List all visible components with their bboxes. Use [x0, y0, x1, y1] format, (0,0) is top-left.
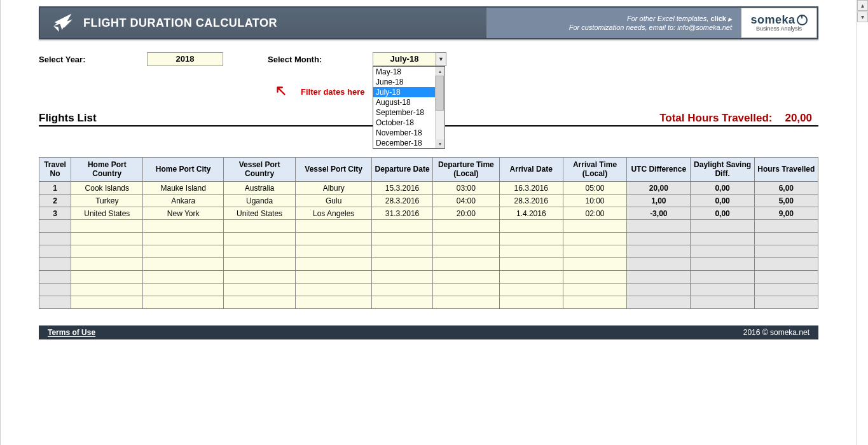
empty-cell[interactable] — [563, 271, 626, 284]
empty-cell[interactable] — [433, 258, 500, 271]
empty-cell[interactable] — [71, 296, 143, 309]
cell-vp_city[interactable]: Gulu — [296, 195, 372, 207]
empty-cell[interactable] — [296, 245, 372, 258]
empty-cell[interactable] — [223, 245, 295, 258]
empty-cell[interactable] — [499, 284, 563, 296]
cell-arr_time[interactable]: 05:00 — [563, 182, 626, 195]
empty-cell[interactable] — [296, 284, 372, 296]
empty-cell[interactable] — [143, 284, 223, 296]
month-option[interactable]: May-18 — [373, 67, 444, 77]
month-option[interactable]: September-18 — [373, 107, 444, 118]
month-option[interactable]: July-18 — [373, 87, 444, 97]
empty-cell[interactable] — [223, 233, 295, 245]
empty-cell[interactable] — [563, 245, 626, 258]
empty-cell[interactable] — [372, 258, 433, 271]
cell-arr_time[interactable]: 02:00 — [563, 207, 626, 220]
month-input[interactable]: July-18 — [373, 52, 436, 66]
empty-cell[interactable] — [499, 258, 563, 271]
month-option[interactable]: November-18 — [373, 128, 444, 138]
cell-vp_city[interactable]: Los Angeles — [296, 207, 372, 220]
empty-cell[interactable] — [563, 233, 626, 245]
cell-dep_date[interactable]: 31.3.2016 — [372, 207, 433, 220]
scroll-thumb[interactable] — [436, 76, 444, 111]
empty-cell[interactable] — [563, 258, 626, 271]
cell-hp_country[interactable]: Cook Islands — [71, 182, 143, 195]
cell-dep_date[interactable]: 15.3.2016 — [372, 182, 433, 195]
cell-vp_city[interactable]: Albury — [296, 182, 372, 195]
cell-dep_time[interactable]: 04:00 — [433, 195, 500, 207]
month-option[interactable]: August-18 — [373, 97, 444, 107]
empty-cell[interactable] — [563, 220, 626, 233]
empty-cell[interactable] — [143, 220, 223, 233]
empty-cell[interactable] — [71, 258, 143, 271]
empty-cell[interactable] — [372, 220, 433, 233]
empty-cell[interactable] — [433, 296, 500, 309]
empty-cell[interactable] — [499, 233, 563, 245]
cell-hp_city[interactable]: Mauke Island — [143, 182, 223, 195]
cell-arr_time[interactable]: 10:00 — [563, 195, 626, 207]
empty-cell[interactable] — [296, 271, 372, 284]
outer-scroll-up[interactable]: ▴ — [857, 0, 868, 11]
cell-hp_country[interactable]: Turkey — [71, 195, 143, 207]
month-dropdown-button[interactable]: ▼ — [436, 52, 446, 66]
empty-cell[interactable] — [433, 220, 500, 233]
cell-vp_country[interactable]: Uganda — [223, 195, 295, 207]
empty-cell[interactable] — [563, 296, 626, 309]
cell-vp_country[interactable]: Australia — [223, 182, 295, 195]
cell-hp_city[interactable]: Ankara — [143, 195, 223, 207]
empty-cell[interactable] — [433, 271, 500, 284]
empty-cell[interactable] — [223, 284, 295, 296]
empty-cell[interactable] — [499, 220, 563, 233]
empty-cell[interactable] — [499, 245, 563, 258]
empty-cell[interactable] — [71, 284, 143, 296]
dropdown-scrollbar[interactable]: ▴ ▾ — [435, 67, 444, 148]
empty-cell[interactable] — [433, 233, 500, 245]
empty-cell[interactable] — [71, 220, 143, 233]
outer-scroll-down[interactable]: ▾ — [857, 11, 868, 22]
empty-cell[interactable] — [143, 245, 223, 258]
cell-hp_city[interactable]: New York — [143, 207, 223, 220]
empty-cell[interactable] — [143, 233, 223, 245]
empty-cell[interactable] — [563, 284, 626, 296]
empty-cell[interactable] — [296, 233, 372, 245]
empty-cell[interactable] — [372, 271, 433, 284]
empty-cell[interactable] — [71, 245, 143, 258]
empty-cell[interactable] — [372, 245, 433, 258]
empty-cell[interactable] — [433, 245, 500, 258]
cell-hp_country[interactable]: United States — [71, 207, 143, 220]
empty-cell[interactable] — [143, 258, 223, 271]
empty-cell[interactable] — [296, 220, 372, 233]
month-dropdown-list[interactable]: May-18June-18July-18August-18September-1… — [373, 66, 445, 149]
month-option[interactable]: June-18 — [373, 77, 444, 87]
year-input[interactable]: 2018 — [147, 52, 223, 66]
scroll-down-icon[interactable]: ▾ — [435, 139, 444, 148]
cell-dep_date[interactable]: 28.3.2016 — [372, 195, 433, 207]
empty-cell[interactable] — [223, 296, 295, 309]
terms-link[interactable]: Terms of Use — [48, 328, 95, 337]
empty-cell[interactable] — [372, 233, 433, 245]
cell-dep_time[interactable]: 20:00 — [433, 207, 500, 220]
empty-cell[interactable] — [143, 296, 223, 309]
cell-arr_date[interactable]: 1.4.2016 — [499, 207, 563, 220]
empty-cell[interactable] — [499, 271, 563, 284]
empty-cell[interactable] — [433, 284, 500, 296]
empty-cell[interactable] — [372, 284, 433, 296]
empty-cell[interactable] — [71, 271, 143, 284]
cell-dep_time[interactable]: 03:00 — [433, 182, 500, 195]
empty-cell[interactable] — [499, 296, 563, 309]
templates-click-link[interactable]: click — [710, 15, 726, 22]
cell-arr_date[interactable]: 28.3.2016 — [499, 195, 563, 207]
cell-arr_date[interactable]: 16.3.2016 — [499, 182, 563, 195]
empty-cell[interactable] — [71, 233, 143, 245]
scroll-up-icon[interactable]: ▴ — [435, 67, 444, 76]
month-option[interactable]: December-18 — [373, 138, 444, 148]
month-option[interactable]: October-18 — [373, 118, 444, 128]
empty-cell[interactable] — [223, 271, 295, 284]
empty-cell[interactable] — [372, 296, 433, 309]
empty-cell[interactable] — [296, 258, 372, 271]
empty-cell[interactable] — [223, 258, 295, 271]
empty-cell[interactable] — [223, 220, 295, 233]
empty-cell[interactable] — [143, 271, 223, 284]
cell-vp_country[interactable]: United States — [223, 207, 295, 220]
empty-cell[interactable] — [296, 296, 372, 309]
